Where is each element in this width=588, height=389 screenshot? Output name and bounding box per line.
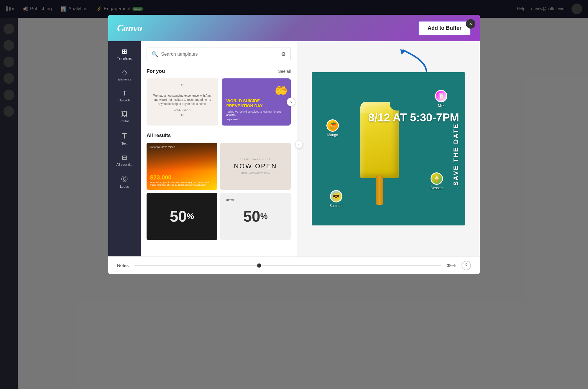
- ingredient-summer: 😎 Summer: [329, 190, 343, 208]
- quote-close: ": [181, 113, 184, 122]
- popsicle-container: 🥛 Milk 🥭 Mango: [312, 72, 465, 225]
- canva-modal: × Canva Add to Buffer ⊞ Templates ◇ Elem…: [108, 15, 480, 274]
- search-icon: 🔍: [152, 51, 158, 57]
- milk-circle: 🥛: [435, 90, 447, 102]
- hands-emoji: 🤲: [275, 84, 288, 97]
- result-card-50-light[interactable]: UP TO 50 %: [220, 193, 291, 240]
- website-label: REALLYGREATSITE.COM: [241, 172, 270, 174]
- result-card-nowopen[interactable]: BRAND NAME HERE NOW OPEN REALLYGREATSITE…: [220, 143, 291, 190]
- dessert-label: Dessert: [431, 186, 443, 190]
- summer-label: Summer: [329, 204, 343, 208]
- all-results-title: All results: [147, 133, 171, 139]
- for-you-cards: " We had an outstanding experience with …: [147, 78, 291, 126]
- fifty-light-text: 50: [243, 207, 260, 225]
- preview-panel: 🥛 Milk 🥭 Mango: [297, 41, 480, 256]
- mango-label: Mango: [327, 133, 338, 137]
- modal-header: Canva Add to Buffer: [108, 15, 480, 41]
- left-panel: ⊞ Templates ◇ Elements ⬆ Uploads 🖼 Photo…: [108, 41, 297, 256]
- preview-image: 🥛 Milk 🥭 Mango: [312, 72, 465, 225]
- sidebar-item-templates[interactable]: ⊞ Templates: [108, 44, 141, 64]
- close-button[interactable]: ×: [466, 19, 475, 29]
- sidebar-item-text[interactable]: T Text: [108, 128, 141, 149]
- photos-icon: 🖼: [121, 111, 128, 118]
- quote-text: We had an outstanding experience with Am…: [152, 94, 212, 106]
- summer-circle: 😎: [330, 190, 342, 202]
- fire-subtext: When we say your donations are life-chan…: [150, 181, 214, 186]
- sidebar-item-logos-label: Logos: [120, 185, 129, 188]
- sidebar-item-allyourd-label: All your d...: [116, 163, 132, 166]
- ws-subtitle: Today, we remind ourselves to look out f…: [226, 110, 286, 117]
- now-open-text: NOW OPEN: [234, 162, 277, 170]
- sidebar-item-uploads[interactable]: ⬆ Uploads: [108, 86, 141, 106]
- uploads-icon: ⬆: [122, 90, 127, 97]
- svg-marker-0: [400, 49, 405, 55]
- quote-open: ": [181, 82, 184, 91]
- fire-amount: $23,000: [150, 174, 214, 181]
- canva-sidebar: ⊞ Templates ◇ Elements ⬆ Uploads 🖼 Photo…: [108, 41, 141, 256]
- sidebar-item-photos[interactable]: 🖼 Photos: [108, 107, 141, 126]
- save-the-date-text: SAVE THE DATE: [453, 123, 459, 186]
- elements-icon: ◇: [122, 69, 127, 76]
- ws-date: September 10: [226, 118, 241, 121]
- pct-light: %: [260, 212, 268, 221]
- sidebar-item-elements-label: Elements: [118, 78, 131, 81]
- notes-label: Notes: [117, 263, 129, 268]
- sidebar-item-elements[interactable]: ◇ Elements: [108, 65, 141, 85]
- result-card-fire[interactable]: So far we have raised $23,000 When we sa…: [147, 143, 217, 190]
- sidebar-item-photos-label: Photos: [119, 119, 129, 123]
- quote-author: JANE DYLAN: [174, 108, 190, 111]
- modal-body: ⊞ Templates ◇ Elements ⬆ Uploads 🖼 Photo…: [108, 41, 480, 256]
- progress-thumb[interactable]: [257, 263, 261, 268]
- result-card-50-dark[interactable]: 50 %: [147, 193, 217, 240]
- sidebar-item-templates-label: Templates: [117, 57, 132, 60]
- ws-title: WORLD SUICIDE PREVENTION DAY: [226, 98, 286, 108]
- canva-logo: Canva: [117, 23, 142, 34]
- mango-circle: 🥭: [326, 119, 339, 132]
- search-bar: 🔍 ⚙: [147, 47, 291, 61]
- see-all-link[interactable]: See all: [278, 69, 291, 74]
- sidebar-item-uploads-label: Uploads: [119, 98, 130, 102]
- fifty-dark-text: 50: [170, 207, 187, 225]
- milk-label: Milk: [438, 103, 444, 108]
- text-icon: T: [122, 131, 127, 141]
- divider-collapse-arrow[interactable]: ‹: [295, 141, 303, 148]
- date-text: 8/12 AT 5:30-7PM: [368, 112, 459, 123]
- sidebar-item-text-label: Text: [121, 142, 127, 145]
- filter-icon[interactable]: ⚙: [281, 51, 286, 57]
- results-grid: So far we have raised $23,000 When we sa…: [147, 143, 291, 240]
- for-you-section-header: For you See all: [147, 68, 291, 74]
- up-to-text: UP TO: [226, 199, 234, 202]
- help-button[interactable]: ?: [461, 261, 471, 270]
- fire-top-text: So far we have raised: [150, 146, 175, 149]
- save-date-text-area: 8/12 AT 5:30-7PM SAVE THE DATE: [368, 112, 459, 186]
- progress-track[interactable]: [134, 265, 441, 266]
- content-area: 🔍 ⚙ For you See all " We had an outstand…: [141, 41, 297, 256]
- logos-icon: Ⓒ: [121, 175, 128, 184]
- sidebar-item-logos[interactable]: Ⓒ Logos: [108, 171, 141, 192]
- ingredient-milk: 🥛 Milk: [435, 90, 447, 108]
- popsicle-bite: [390, 99, 405, 111]
- modal-bottom-bar: Notes 39% ?: [108, 256, 480, 274]
- template-card-quote[interactable]: " We had an outstanding experience with …: [147, 78, 218, 126]
- pct-dark: %: [187, 212, 194, 221]
- zoom-percent: 39%: [447, 263, 456, 268]
- carousel-next-arrow[interactable]: ›: [287, 98, 295, 106]
- template-card-world-suicide[interactable]: 🤲 WORLD SUICIDE PREVENTION DAY Today, we…: [222, 78, 291, 126]
- ingredient-mango: 🥭 Mango: [326, 119, 339, 137]
- search-input[interactable]: [161, 52, 278, 57]
- sidebar-item-allyourd[interactable]: ⊟ All your d...: [108, 150, 141, 170]
- for-you-title: For you: [147, 68, 165, 74]
- allyourd-icon: ⊟: [122, 154, 127, 161]
- all-results-section-header: All results: [147, 133, 291, 139]
- brand-label: BRAND NAME HERE: [239, 158, 271, 161]
- templates-icon: ⊞: [122, 48, 127, 55]
- add-to-buffer-button[interactable]: Add to Buffer: [418, 21, 471, 35]
